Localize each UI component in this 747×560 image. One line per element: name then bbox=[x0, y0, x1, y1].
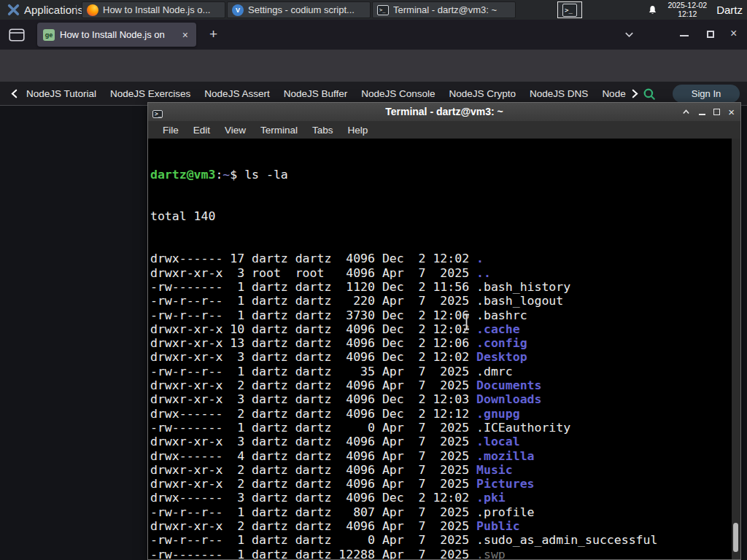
file-name: .bash_logout bbox=[476, 294, 563, 308]
firefox-view-icon[interactable] bbox=[9, 28, 25, 42]
browser-minimize-button[interactable] bbox=[680, 35, 689, 36]
terminal-listing-row: drwx------ 17 dartz dartz 4096 Dec 2 12:… bbox=[150, 252, 657, 265]
nav-link-tutorial[interactable]: NodeJS Tutorial bbox=[26, 88, 96, 99]
prompt-line: dartz@vm3:~$ ls -la bbox=[150, 168, 657, 182]
terminal-listing-row: drwxr-xr-x 2 dartz dartz 4096 Apr 7 2025… bbox=[150, 463, 657, 477]
terminal-listing: drwx------ 17 dartz dartz 4096 Dec 2 12:… bbox=[150, 252, 657, 559]
nav-link-buffer[interactable]: NodeJS Buffer bbox=[284, 88, 348, 99]
file-name: .sudo_as_admin_successful bbox=[476, 533, 657, 547]
file-name: .cache bbox=[476, 322, 520, 336]
terminal-shade-icon[interactable] bbox=[681, 107, 691, 117]
file-name: .bash_history bbox=[476, 280, 570, 294]
terminal-window: >_ Terminal - dartz@vm3: ~ × File Edit V… bbox=[147, 102, 741, 560]
terminal-titlebar[interactable]: >_ Terminal - dartz@vm3: ~ × bbox=[148, 103, 740, 121]
nav-link-crypto[interactable]: NodeJS Crypto bbox=[449, 88, 516, 99]
terminal-listing-row: -rw-r--r-- 1 dartz dartz 0 Apr 7 2025 .s… bbox=[150, 533, 657, 547]
nav-scroll-left-icon[interactable] bbox=[9, 88, 20, 99]
nav-scroll-right-icon[interactable] bbox=[630, 88, 640, 99]
taskbar-item-firefox[interactable]: How to Install Node.js o... bbox=[82, 1, 225, 18]
notification-bell-icon[interactable] bbox=[647, 4, 658, 16]
applications-menu[interactable]: Applications bbox=[3, 0, 88, 20]
menu-tabs[interactable]: Tabs bbox=[305, 125, 341, 136]
menu-file[interactable]: File bbox=[155, 125, 186, 136]
sign-in-button[interactable]: Sign In bbox=[673, 85, 740, 103]
desktop: Applications How to Install Node.js o...… bbox=[0, 0, 747, 560]
terminal-listing-row: drwxr-xr-x 2 dartz dartz 4096 Apr 7 2025… bbox=[150, 378, 657, 392]
terminal-listing-row: -rw------- 1 dartz dartz 1120 Dec 2 11:5… bbox=[150, 280, 657, 294]
file-name: Desktop bbox=[476, 350, 527, 364]
terminal-listing-row: -rw------- 1 dartz dartz 12288 Apr 7 202… bbox=[150, 548, 657, 559]
tab-title: How to Install Node.js on bbox=[60, 29, 175, 40]
browser-close-button[interactable]: × bbox=[730, 27, 737, 40]
terminal-maximize-button[interactable] bbox=[713, 109, 720, 115]
focused-window-frame: >_ bbox=[557, 1, 582, 18]
firefox-icon bbox=[87, 4, 98, 16]
panel-status-area: 2025-12-02 12:12 Dartz bbox=[647, 0, 743, 20]
file-name: Pictures bbox=[476, 477, 534, 491]
terminal-listing-row: drwxr-xr-x 10 dartz dartz 4096 Dec 2 12:… bbox=[150, 322, 657, 336]
terminal-output: dartz@vm3:~$ ls -la total 140 drwx------… bbox=[150, 139, 657, 559]
taskbar-item-terminal[interactable]: >_ Terminal - dartz@vm3: ~ bbox=[372, 1, 516, 18]
terminal-scrollbar-thumb[interactable] bbox=[733, 523, 738, 552]
file-name: .dmrc bbox=[476, 365, 513, 378]
terminal-listing-row: drwxr-xr-x 3 root root 4096 Apr 7 2025 .… bbox=[150, 266, 657, 280]
menu-terminal[interactable]: Terminal bbox=[253, 125, 305, 136]
file-name: .local bbox=[476, 435, 520, 448]
total-line: total 140 bbox=[150, 209, 657, 223]
file-name: Downloads bbox=[476, 392, 541, 406]
file-name: Public bbox=[476, 519, 520, 533]
nav-link-assert[interactable]: NodeJS Assert bbox=[204, 88, 269, 99]
terminal-listing-row: -rw------- 1 dartz dartz 0 Apr 7 2025 .I… bbox=[150, 421, 657, 435]
prompt-cwd: ~ bbox=[222, 168, 230, 182]
search-icon[interactable] bbox=[643, 88, 656, 101]
nav-link-dns[interactable]: NodeJS DNS bbox=[530, 88, 588, 99]
terminal-listing-row: drwxr-xr-x 13 dartz dartz 4096 Dec 2 12:… bbox=[150, 336, 657, 350]
file-name: . bbox=[476, 252, 484, 265]
terminal-minimize-button[interactable] bbox=[699, 114, 705, 115]
terminal-icon: >_ bbox=[562, 4, 577, 17]
prompt-command: $ ls -la bbox=[230, 168, 287, 182]
terminal-listing-row: drwx------ 2 dartz dartz 4096 Dec 2 12:1… bbox=[150, 407, 657, 421]
terminal-close-button[interactable]: × bbox=[728, 106, 735, 117]
clock-time: 12:12 bbox=[667, 10, 707, 19]
terminal-listing-row: -rw-r--r-- 1 dartz dartz 35 Apr 7 2025 .… bbox=[150, 365, 657, 378]
terminal-listing-row: drwxr-xr-x 2 dartz dartz 4096 Apr 7 2025… bbox=[150, 519, 657, 533]
codium-icon: V bbox=[232, 4, 244, 16]
terminal-window-controls: × bbox=[681, 103, 735, 121]
top-panel: Applications How to Install Node.js o...… bbox=[0, 0, 747, 20]
clock[interactable]: 2025-12-02 12:12 bbox=[667, 1, 707, 18]
menu-edit[interactable]: Edit bbox=[186, 125, 217, 136]
list-tabs-chevron-icon[interactable] bbox=[624, 29, 635, 40]
new-tab-button[interactable]: + bbox=[205, 25, 222, 44]
window-switcher[interactable]: >_ bbox=[553, 1, 587, 19]
terminal-listing-row: -rw-r--r-- 1 dartz dartz 3730 Dec 2 12:0… bbox=[150, 308, 657, 322]
terminal-listing-row: drwx------ 4 dartz dartz 4096 Apr 7 2025… bbox=[150, 449, 657, 463]
taskbar-item-codium[interactable]: V Settings - codium script... bbox=[227, 1, 371, 18]
firefox-toolbar: https://www.geeksforgeeks.org/node-js/in… bbox=[0, 50, 747, 82]
file-name: Music bbox=[476, 463, 513, 477]
terminal-listing-row: drwxr-xr-x 3 dartz dartz 4096 Dec 2 12:0… bbox=[150, 350, 657, 364]
file-name: .swp bbox=[476, 548, 506, 559]
terminal-listing-row: -rw-r--r-- 1 dartz dartz 807 Apr 7 2025 … bbox=[150, 505, 657, 519]
menu-view[interactable]: View bbox=[217, 125, 253, 136]
file-name: .gnupg bbox=[476, 407, 520, 421]
terminal-scrollbar[interactable] bbox=[732, 139, 740, 559]
nav-link-truncated[interactable]: Node bbox=[602, 88, 625, 99]
nav-link-exercises[interactable]: NodeJS Exercises bbox=[110, 88, 190, 99]
mouse-cursor-ibeam bbox=[462, 314, 471, 330]
applications-icon bbox=[7, 4, 20, 16]
terminal-screen[interactable]: dartz@vm3:~$ ls -la total 140 drwx------… bbox=[148, 139, 740, 559]
user-menu[interactable]: Dartz bbox=[716, 4, 743, 16]
terminal-listing-row: drwx------ 3 dartz dartz 4096 Dec 2 12:0… bbox=[150, 491, 657, 505]
tab-close-icon[interactable]: × bbox=[180, 29, 190, 41]
geeksforgeeks-favicon: ge bbox=[43, 29, 55, 41]
nav-link-console[interactable]: NodeJS Console bbox=[361, 88, 435, 99]
file-name: .ICEauthority bbox=[476, 421, 570, 435]
file-name: Documents bbox=[476, 378, 541, 392]
terminal-listing-row: drwxr-xr-x 3 dartz dartz 4096 Apr 7 2025… bbox=[150, 435, 657, 448]
menu-help[interactable]: Help bbox=[341, 125, 376, 136]
browser-tab-active[interactable]: ge How to Install Node.js on × bbox=[37, 23, 196, 47]
terminal-listing-row: drwxr-xr-x 3 dartz dartz 4096 Dec 2 12:0… bbox=[150, 392, 657, 406]
browser-maximize-button[interactable] bbox=[707, 31, 714, 38]
window-taskbar: How to Install Node.js o... V Settings -… bbox=[82, 1, 516, 18]
